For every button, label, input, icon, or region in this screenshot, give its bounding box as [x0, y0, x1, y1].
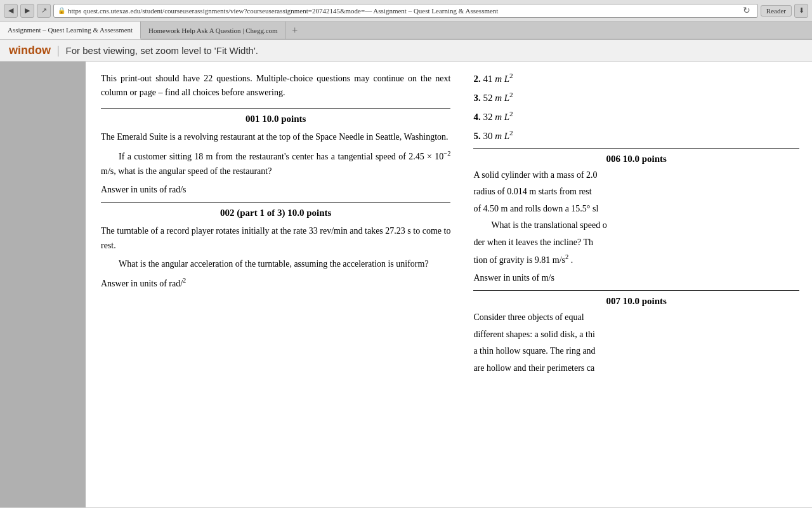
- divider-right-2: [473, 290, 799, 291]
- browser-chrome: ◀ ▶ ↗ 🔒 https quest.cns.utexas.edu/stude…: [0, 0, 812, 40]
- window-label: window: [9, 44, 51, 57]
- forward-button[interactable]: ▶: [20, 4, 34, 18]
- q001-text2: If a customer sitting 18 m from the rest…: [101, 148, 450, 178]
- right-column: 2. 41 m L2 3. 52 m L2 4. 32 m L2 5. 30 m…: [463, 62, 812, 507]
- q002-header: 002 (part 1 of 3) 10.0 points: [101, 208, 450, 218]
- choice-2: 2. 41 m L2: [473, 72, 799, 84]
- url-bar[interactable]: 🔒 https quest.cns.utexas.edu/student/cou…: [53, 4, 758, 18]
- answer-choices: 2. 41 m L2 3. 52 m L2 4. 32 m L2 5. 30 m…: [473, 72, 799, 142]
- q001-answer: Answer in units of rad/s: [101, 182, 450, 197]
- q006-body: A solid cylinder with a mass of 2.0 radi…: [473, 168, 799, 285]
- q007-body: Consider three objects of equal differen…: [473, 311, 799, 375]
- q002-text2: What is the angular acceleration of the …: [101, 257, 450, 271]
- back-button[interactable]: ◀: [4, 4, 18, 18]
- q006-text5: der when it leaves the incline? Th: [473, 236, 799, 250]
- url-text: https quest.cns.utexas.edu/student/cours…: [68, 7, 737, 15]
- notification-bar: window | For best viewing, set zoom leve…: [0, 40, 812, 62]
- intro-text: This print-out should have 22 questions.…: [101, 72, 450, 100]
- lock-icon: 🔒: [58, 7, 65, 14]
- q006-header: 006 10.0 points: [473, 154, 799, 164]
- q007-text4: are hollow and their perimeters ca: [473, 361, 799, 375]
- choice-4: 4. 32 m L2: [473, 110, 799, 123]
- document-area: This print-out should have 22 questions.…: [86, 62, 812, 507]
- q006-text1: A solid cylinder with a mass of 2.0: [473, 168, 799, 182]
- q007-header: 007 10.0 points: [473, 296, 799, 307]
- q007-text3: a thin hollow square. The ring and: [473, 344, 799, 358]
- divider-right-1: [473, 148, 799, 149]
- reader-button[interactable]: Reader: [761, 5, 792, 17]
- bar-divider: |: [57, 44, 60, 57]
- tabs-row: Assignment – Quest Learning & Assessment…: [0, 22, 812, 39]
- toolbar: ◀ ▶ ↗ 🔒 https quest.cns.utexas.edu/stude…: [0, 0, 812, 22]
- reload-button[interactable]: ↻: [740, 4, 754, 18]
- q002-text1: The turntable of a record player rotates…: [101, 224, 450, 253]
- q002-answer: Answer in units of rad/2: [101, 275, 450, 291]
- divider-2: [101, 202, 450, 203]
- q006-text2: radius of 0.014 m starts from rest: [473, 185, 799, 199]
- q001-text1: The Emerald Suite is a revolving restaur…: [101, 130, 450, 144]
- q006-answer: Answer in units of m/s: [473, 271, 799, 285]
- q001-header: 001 10.0 points: [101, 114, 450, 124]
- share-button[interactable]: ↗: [37, 4, 51, 18]
- choice-5: 5. 30 m L2: [473, 129, 799, 142]
- tab-assignment[interactable]: Assignment – Quest Learning & Assessment: [0, 22, 141, 39]
- q002-body: The turntable of a record player rotates…: [101, 224, 450, 291]
- divider-1: [101, 108, 450, 109]
- q006-text6: tion of gravity is 9.81 m/s2 .: [473, 252, 799, 267]
- new-tab-button[interactable]: +: [286, 22, 304, 39]
- notification-text: For best viewing, set zoom level to 'Fit…: [66, 45, 258, 56]
- left-sidebar: [0, 62, 86, 507]
- q007-text2: different shapes: a solid disk, a thi: [473, 328, 799, 342]
- left-column: This print-out should have 22 questions.…: [86, 62, 463, 507]
- content-area: This print-out should have 22 questions.…: [0, 62, 812, 507]
- tab-chegg[interactable]: Homework Help Ask A Question | Chegg.com: [141, 22, 286, 39]
- q006-text4: What is the translational speed o: [473, 218, 799, 232]
- download-button[interactable]: ⬇: [794, 4, 808, 18]
- choice-3: 3. 52 m L2: [473, 91, 799, 104]
- q001-body: The Emerald Suite is a revolving restaur…: [101, 130, 450, 197]
- q007-text1: Consider three objects of equal: [473, 311, 799, 324]
- q006-text3: of 4.50 m and rolls down a 15.5° sl: [473, 202, 799, 216]
